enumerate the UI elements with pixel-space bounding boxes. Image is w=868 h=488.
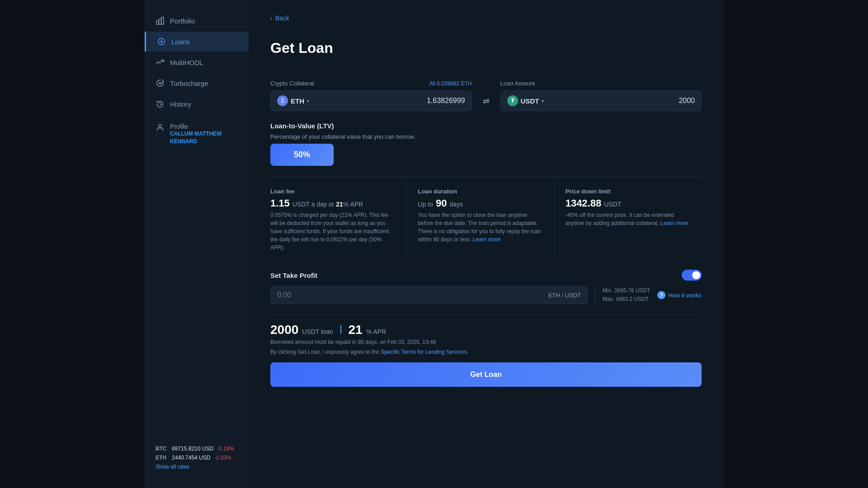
turbocharge-icon — [156, 79, 165, 88]
sidebar-item-label: MultiHODL — [170, 59, 203, 66]
sidebar-nav: Portfolio Loans — [145, 11, 249, 114]
back-button[interactable]: ‹ Back — [270, 14, 702, 22]
multihodl-icon — [156, 58, 165, 67]
ltv-button[interactable]: 50% — [270, 144, 334, 166]
collateral-label: Crypto Collateral — [270, 80, 314, 87]
take-profit-divider — [595, 286, 595, 304]
sidebar-item-history[interactable]: History — [145, 94, 249, 114]
eth-token-icon: Ξ — [277, 95, 288, 106]
loan-amount-input[interactable] — [547, 97, 695, 105]
sidebar-item-label: History — [170, 100, 191, 108]
summary-divider — [340, 325, 341, 334]
ltv-section: Loan-to-Value (LTV) Percentage of your c… — [270, 122, 702, 166]
loan-fee-desc: 0.0575% is charged per day (21% APR). Th… — [270, 211, 396, 252]
main-content: ‹ Back Get Loan Crypto Collateral All 0.… — [249, 0, 723, 488]
take-profit-title: Set Take Profit — [270, 272, 317, 279]
take-profit-pair: ETH / USDT — [548, 292, 581, 299]
take-profit-header: Set Take Profit — [270, 270, 702, 281]
collateral-value-input[interactable] — [313, 97, 465, 105]
take-profit-toggle[interactable] — [682, 270, 702, 281]
svg-rect-0 — [156, 21, 159, 24]
summary-apr-unit: % APR — [366, 328, 386, 335]
usdt-token-icon: ₮ — [507, 95, 518, 106]
btc-change: -0.18% — [217, 446, 234, 452]
loan-amount-label: Loan Amount — [500, 80, 535, 87]
price-down-limit-value: 1342.88 USDT — [566, 197, 691, 209]
summary-amount-unit: USDT loan — [302, 328, 333, 335]
sidebar-item-label: Portfolio — [170, 17, 195, 25]
terms-row: By clicking Get Loan, I expressly agree … — [270, 349, 702, 355]
price-down-limit-title: Price down limit — [566, 188, 691, 195]
loan-duration-title: Loan duration — [418, 188, 543, 195]
loan-amount-input-box: ₮ USDT ▾ — [500, 90, 702, 111]
back-chevron-icon: ‹ — [270, 14, 273, 22]
svg-rect-2 — [161, 17, 164, 24]
toggle-knob — [692, 271, 700, 279]
show-all-rates-link[interactable]: Show all rates — [156, 464, 238, 470]
summary-apr: 21 — [349, 323, 363, 337]
page-title: Get Loan — [270, 40, 702, 56]
collateral-field: Crypto Collateral All 0.039682 ETH Ξ ETH… — [270, 80, 472, 111]
btc-rate-row: BTC 68715.8210 USD -0.18% — [156, 446, 238, 452]
profile-section[interactable]: Profile CALLUM MATTHEW KENNARD — [145, 117, 249, 151]
how-icon: ? — [657, 291, 665, 299]
info-cards: Loan fee 1.15 USDT a day or 21% APR 0.05… — [270, 177, 702, 259]
portfolio-icon — [156, 16, 165, 25]
btc-value: 68715.8210 USD — [172, 446, 213, 452]
how-it-works-link[interactable]: ? How it works — [657, 291, 702, 299]
ltv-title: Loan-to-Value (LTV) — [270, 122, 702, 130]
collateral-loan-row: Crypto Collateral All 0.039682 ETH Ξ ETH… — [270, 80, 702, 111]
loan-token-name: USDT — [521, 97, 539, 105]
take-profit-value-input[interactable] — [277, 291, 545, 299]
collateral-token-chevron: ▾ — [307, 99, 309, 103]
price-down-learn-more[interactable]: Learn more — [660, 220, 688, 226]
loan-fee-title: Loan fee — [270, 188, 396, 195]
loan-duration-value: Up to 90 days — [418, 197, 543, 209]
svg-rect-1 — [159, 19, 161, 24]
loan-fee-card: Loan fee 1.15 USDT a day or 21% APR 0.05… — [270, 181, 406, 259]
take-profit-input-row: ETH / USDT Min. 2685.76 USDT Max. 4883.2… — [270, 286, 702, 304]
summary-repay-desc: Borrowed amount must be repaid in 90 day… — [270, 339, 702, 345]
sidebar-item-label: Loans — [171, 38, 190, 46]
profile-icon — [156, 123, 165, 134]
sidebar-item-portfolio[interactable]: Portfolio — [145, 11, 249, 31]
sidebar-item-loans[interactable]: Loans — [145, 32, 249, 52]
terms-link[interactable]: Specific Terms for Lending Services. — [381, 349, 468, 355]
loan-duration-desc: You have the option to close the loan an… — [418, 211, 543, 244]
collateral-input-box: Ξ ETH ▾ — [270, 90, 472, 111]
collateral-token-selector[interactable]: Ξ ETH ▾ — [277, 95, 309, 106]
loan-fee-value: 1.15 USDT a day or 21% APR — [270, 197, 396, 209]
loan-duration-card: Loan duration Up to 90 days You have the… — [406, 181, 554, 259]
price-down-limit-desc: -45% off the current price. It can be ex… — [566, 211, 691, 227]
loan-form: ‹ Back Get Loan Crypto Collateral All 0.… — [270, 14, 702, 387]
get-loan-button[interactable]: Get Loan — [270, 362, 702, 387]
loan-token-selector[interactable]: ₮ USDT ▾ — [507, 95, 544, 106]
swap-icon: ⇌ — [483, 96, 490, 106]
collateral-token-name: ETH — [291, 97, 304, 105]
loan-token-chevron: ▾ — [542, 99, 544, 103]
loan-amount-field: Loan Amount ₮ USDT ▾ — [500, 80, 702, 111]
btc-label: BTC — [156, 446, 168, 452]
loan-duration-learn-more[interactable]: Learn more — [473, 236, 500, 243]
sidebar: Portfolio Loans — [145, 0, 249, 488]
sidebar-item-turbocharge[interactable]: Turbocharge — [145, 73, 249, 93]
sidebar-item-multihodl[interactable]: MultiHODL — [145, 52, 249, 72]
svg-point-5 — [159, 125, 162, 128]
eth-label: ETH — [156, 455, 168, 461]
ltv-desc: Percentage of your collateral value that… — [270, 133, 702, 140]
sidebar-item-label: Turbocharge — [170, 80, 208, 87]
eth-rate-row: ETH 2440.7454 USD -1.03% — [156, 455, 238, 461]
all-collateral-link[interactable]: All 0.039682 ETH — [429, 80, 472, 87]
summary-title-row: 2000 USDT loan 21 % APR — [270, 323, 702, 337]
summary-section: 2000 USDT loan 21 % APR Borrowed amount … — [270, 315, 702, 387]
take-profit-min-max: Min. 2685.76 USDT Max. 4883.2 USDT — [603, 286, 650, 304]
price-down-limit-card: Price down limit 1342.88 USDT -45% off t… — [554, 181, 702, 259]
summary-amount: 2000 — [270, 323, 298, 337]
eth-change: -1.03% — [214, 455, 231, 461]
rates-section: BTC 68715.8210 USD -0.18% ETH 2440.7454 … — [145, 438, 249, 477]
take-profit-input-box: ETH / USDT — [270, 286, 588, 304]
take-profit-section: Set Take Profit ETH / USDT Min. 2685.76 … — [270, 270, 702, 304]
eth-value: 2440.7454 USD — [172, 455, 210, 461]
history-icon — [156, 99, 165, 108]
loans-icon — [157, 37, 166, 46]
